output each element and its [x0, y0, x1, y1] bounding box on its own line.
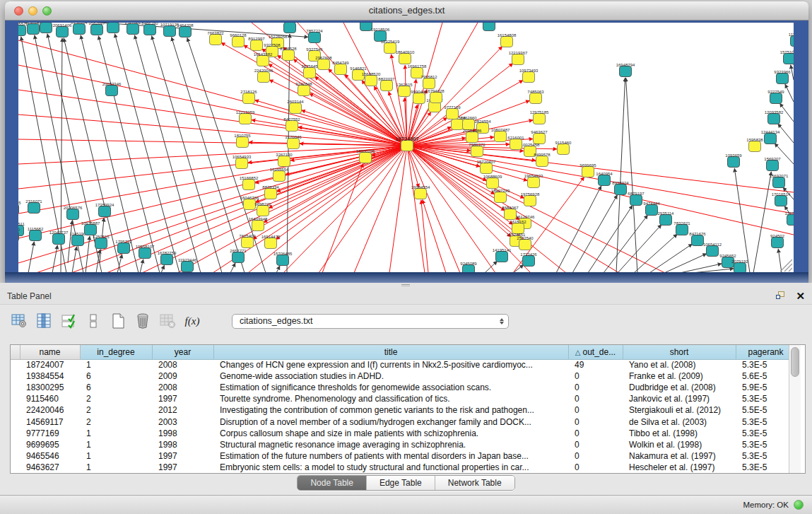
graph-node[interactable]	[524, 146, 536, 157]
graph-edge[interactable]	[152, 36, 222, 272]
graph-node[interactable]	[283, 50, 295, 61]
split-grip-icon[interactable]	[401, 284, 410, 286]
graph-node[interactable]	[399, 86, 411, 97]
graph-node[interactable]	[85, 225, 97, 235]
graph-node[interactable]	[28, 203, 40, 214]
graph-node[interactable]	[309, 33, 321, 43]
graph-node[interactable]	[365, 76, 377, 86]
table-cell[interactable]: de Silva et al. (2003)	[623, 416, 736, 428]
graph-edge[interactable]	[140, 259, 143, 272]
graph-node[interactable]	[495, 132, 507, 142]
graph-edge[interactable]	[664, 254, 707, 272]
graph-node[interactable]	[784, 54, 794, 64]
graph-node[interactable]	[164, 26, 176, 37]
graph-node[interactable]	[481, 163, 493, 174]
column-header-out_de[interactable]: △out_de...	[568, 345, 623, 359]
table-cell[interactable]: Tibbo et al. (1998)	[623, 428, 736, 439]
table-cell[interactable]: 1	[80, 428, 152, 439]
table-row[interactable]: 1456911722003Disruption of a novel membe…	[11, 416, 796, 428]
graph-node[interactable]	[430, 93, 442, 103]
graph-node[interactable]	[180, 27, 192, 37]
graph-node[interactable]	[773, 177, 785, 188]
graph-node[interactable]	[620, 66, 632, 77]
graph-node[interactable]	[73, 24, 86, 35]
graph-node[interactable]	[18, 204, 19, 215]
table-cell[interactable]: 2009	[152, 370, 213, 382]
graph-edge[interactable]	[177, 146, 407, 272]
graph-node[interactable]	[528, 177, 540, 188]
graph-node[interactable]	[767, 160, 779, 171]
graph-node[interactable]	[286, 121, 298, 132]
graph-node[interactable]	[57, 27, 69, 37]
graph-node[interactable]	[304, 68, 316, 78]
graph-node[interactable]	[558, 144, 570, 155]
table-cell[interactable]: 5.3E-5	[736, 393, 796, 404]
graph-node[interactable]	[524, 196, 536, 206]
table-column-icon[interactable]	[35, 312, 53, 330]
graph-node[interactable]	[298, 86, 310, 96]
tab-node-table[interactable]: Node Table	[298, 476, 367, 490]
graph-node[interactable]	[496, 252, 508, 262]
table-cell[interactable]: 9777169	[20, 428, 80, 439]
graph-node[interactable]	[18, 231, 19, 242]
graph-node[interactable]	[728, 157, 740, 168]
graph-node[interactable]	[775, 196, 787, 206]
graph-edge[interactable]	[778, 249, 782, 272]
graph-node[interactable]	[777, 74, 789, 84]
graph-edge[interactable]	[276, 266, 280, 272]
table-cell[interactable]: Hescheler et al. (1997)	[623, 462, 736, 473]
table-cell[interactable]: 2008	[152, 382, 213, 393]
graph-edge[interactable]	[634, 234, 677, 272]
table-settings-icon[interactable]	[10, 312, 28, 330]
graph-node[interactable]	[630, 195, 642, 206]
table-cell[interactable]: 19384554	[20, 370, 80, 382]
tab-edge-table[interactable]: Edge Table	[367, 476, 435, 490]
table-cell[interactable]: Estimation of the future numbers of pati…	[213, 450, 568, 462]
table-cell[interactable]: 0	[568, 404, 623, 416]
graph-node[interactable]	[236, 158, 248, 169]
table-cell[interactable]: 0	[568, 462, 623, 473]
graph-node[interactable]	[749, 141, 761, 152]
table-cell[interactable]: 2	[80, 393, 152, 404]
table-cell[interactable]: Structural magnetic resonance image aver…	[213, 439, 568, 450]
graph-node[interactable]	[512, 54, 524, 65]
graph-node[interactable]	[510, 139, 522, 150]
table-cell[interactable]: 5.3E-5	[736, 428, 796, 439]
graph-node[interactable]	[411, 68, 423, 78]
graph-node[interactable]	[791, 36, 794, 47]
window-titlebar[interactable]: citations_edges.txt	[5, 1, 808, 21]
graph-node[interactable]	[335, 64, 347, 75]
table-cell[interactable]: Disruption of a novel member of a sodium…	[213, 416, 568, 428]
table-cell[interactable]: 2012	[152, 404, 213, 416]
graph-node[interactable]	[447, 109, 459, 119]
table-cell[interactable]: 2	[80, 404, 152, 416]
graph-node[interactable]	[466, 132, 478, 143]
graph-node[interactable]	[233, 37, 245, 47]
graph-node[interactable]	[360, 153, 372, 163]
graph-node[interactable]	[290, 103, 302, 114]
delete-icon[interactable]	[134, 312, 152, 330]
table-cell[interactable]: 0	[568, 450, 623, 462]
table-cell[interactable]: 14569117	[20, 416, 80, 428]
graph-node[interactable]	[258, 72, 270, 83]
graph-edge[interactable]	[36, 146, 407, 272]
network-view[interactable]: 2405572913624310635212069140681562049582…	[18, 22, 794, 272]
graph-node[interactable]	[770, 93, 782, 104]
graph-node[interactable]	[243, 93, 255, 104]
table-cell[interactable]: 0	[568, 428, 623, 439]
table-cell[interactable]: 9699695	[20, 439, 80, 450]
table-cell[interactable]: 0	[568, 370, 623, 382]
table-cell[interactable]: Franke et al. (2009)	[623, 370, 736, 382]
graph-node[interactable]	[318, 59, 330, 70]
graph-node[interactable]	[423, 78, 435, 89]
graph-node[interactable]	[707, 246, 719, 257]
graph-node[interactable]	[118, 243, 130, 254]
table-row[interactable]: 911546021997Tourette syndrome. Phenomeno…	[11, 393, 796, 404]
graph-edge[interactable]	[791, 65, 794, 80]
graph-edge[interactable]	[98, 36, 160, 272]
table-row[interactable]: 1830029562008Estimation of significance …	[11, 382, 796, 393]
graph-node[interactable]	[536, 156, 548, 167]
graph-node[interactable]	[582, 167, 594, 177]
graph-node[interactable]	[615, 185, 627, 195]
table-cell[interactable]: 2008	[152, 359, 213, 370]
